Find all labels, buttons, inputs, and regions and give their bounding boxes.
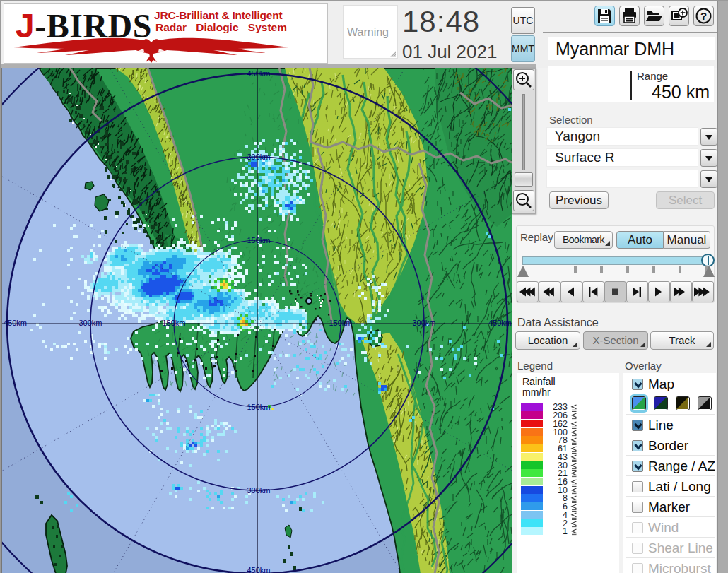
svg-text:150km: 150km [162, 319, 185, 327]
svg-text:300km: 300km [247, 153, 270, 161]
svg-text:?: ? [700, 10, 707, 22]
svg-text:300km: 300km [412, 319, 435, 327]
svg-text:300km: 300km [78, 319, 102, 327]
svg-text:150km: 150km [247, 403, 270, 411]
svg-text:150km: 150km [247, 236, 270, 244]
svg-text:450km: 450km [247, 69, 270, 78]
svg-text:450km: 450km [247, 566, 270, 573]
svg-text:450km: 450km [4, 319, 27, 327]
svg-text:150km: 150km [329, 319, 352, 327]
svg-text:450km: 450km [488, 319, 512, 327]
svg-text:300km: 300km [247, 486, 270, 495]
